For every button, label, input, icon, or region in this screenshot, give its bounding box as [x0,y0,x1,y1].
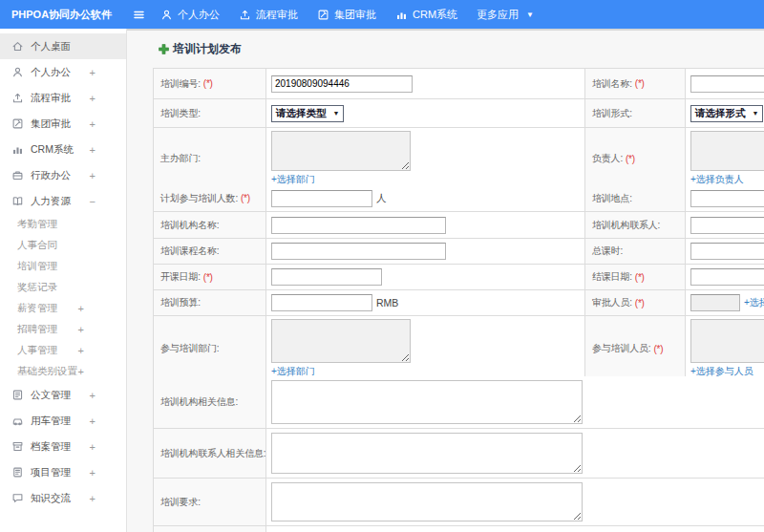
required-marker: (*) [653,344,663,354]
sidebar-item-base-category-settings[interactable]: 基础类别设置+ [0,361,126,382]
field-label: 审批人员:(*) [585,290,686,316]
select-approver-link[interactable]: +选择审批人员 [744,296,764,309]
field-label: 负责人:(*) [585,128,686,190]
host-department-textarea[interactable] [271,131,411,171]
sidebar-item-crm-system[interactable]: CRM系统+ [0,137,126,162]
training-course-name-input[interactable] [271,243,446,260]
sidebar-item-salary-mgmt[interactable]: 薪资管理+ [0,298,126,319]
training-budget-input[interactable] [271,294,372,311]
training-org-contact-input[interactable] [690,217,764,234]
sidebar-item-label: CRM系统 [31,143,90,157]
chat-icon [11,492,24,504]
approver-input[interactable] [690,294,740,311]
training-no-input[interactable] [271,75,413,93]
sidebar-item-attendance-mgmt[interactable]: 考勤管理 [0,214,126,235]
field-label-text: 培训要求: [160,496,201,509]
nav-item-group-approval[interactable]: 集团审批 [317,8,376,22]
page-title-row: 培训计划发布 [159,41,764,57]
sidebar-item-personal-desktop[interactable]: 个人桌面 [0,33,126,59]
field-label-text: 培训编号: [160,77,201,91]
training-org-info-textarea[interactable] [271,380,583,424]
training-org-contact-info-textarea[interactable] [271,433,583,474]
training-form-select[interactable]: 请选择形式▼ [690,105,763,122]
training-location-input[interactable] [690,190,764,207]
page-title: 培训计划发布 [173,41,242,57]
required-marker: (*) [635,78,645,89]
sidebar-item-hr-contract[interactable]: 人事合同 [0,235,126,256]
training-org-name-input[interactable] [271,217,446,234]
sidebar-item-label: 知识交流 [31,492,90,505]
start-date-input[interactable] [271,268,382,286]
sidebar-item-group-approval[interactable]: 集团审批+ [0,111,126,137]
field-cell [266,479,764,526]
sidebar-item-training-mgmt[interactable]: 培训管理 [0,256,126,277]
field-cell: +选择参与人员 [686,316,764,382]
select-value: 请选择类型 [276,107,327,120]
field-label-text: 主办部门: [160,152,201,165]
sidebar-item-personal-office[interactable]: 个人办公+ [0,59,126,85]
sidebar-item-vehicle-mgmt[interactable]: 用车管理+ [0,408,126,434]
participating-staff-textarea[interactable] [690,319,764,363]
nav-item-workflow-approval[interactable]: 流程审批 [239,8,298,22]
sidebar-item-reward-punish-record[interactable]: 奖惩记录 [0,277,126,298]
field-cell [266,429,764,479]
required-marker: (*) [626,154,635,164]
app-logo: PHPOA协同办公软件 [0,8,116,22]
expander-minus-icon: − [90,196,96,207]
required-marker: (*) [241,193,250,203]
sidebar-item-label: 招聘管理 [17,323,78,336]
field-label: 培训机构联系人: [585,212,686,239]
training-requirements-textarea[interactable] [271,482,583,521]
field-label-text: 开课日期: [160,270,201,284]
field-label: 培训地点: [585,185,686,212]
sidebar-item-label: 项目管理 [31,466,90,479]
expander-plus-icon: + [90,170,96,181]
menu-toggle-icon[interactable] [133,9,145,21]
nav-label: 集团审批 [334,8,376,22]
field-label: 参与培训部门: [154,316,266,382]
total-hours-input[interactable] [690,243,764,260]
training-type-select[interactable]: 请选择类型▼ [271,105,344,122]
sidebar-item-label: 人事管理 [17,344,78,357]
field-cell [266,376,764,429]
participating-departments-textarea[interactable] [271,319,411,363]
sidebar-item-knowledge-exchange[interactable]: 知识交流+ [0,485,126,511]
sidebar-item-label: 基础类别设置 [17,365,78,378]
sidebar-item-archive-mgmt[interactable]: 档案管理+ [0,434,126,459]
leader-textarea[interactable] [690,131,764,171]
sidebar-item-project-mgmt[interactable]: 项目管理+ [0,459,126,485]
plus-icon [159,44,169,54]
planned-participants-input[interactable] [271,190,372,207]
training-name-input[interactable] [690,75,764,93]
field-label-text: 培训机构联系人相关信息: [160,447,265,460]
field-cell [686,212,764,239]
field-label: 培训课程名称: [154,239,266,265]
field-label-text: 培训机构相关信息: [160,395,238,409]
expander-plus-icon: + [78,303,84,314]
field-label-text: 培训预算: [160,296,201,309]
select-department-link[interactable]: +选择部门 [271,173,315,186]
nav-item-more-apps[interactable]: 更多应用▼ [477,8,534,22]
field-label: 培训机构名称: [154,212,266,239]
app-root: PHPOA协同办公软件 个人办公流程审批集团审批CRM系统更多应用▼ 个人桌面个… [0,0,764,532]
sidebar-item-recruit-mgmt[interactable]: 招聘管理+ [0,319,126,340]
sidebar-item-workflow-approval[interactable]: 流程审批+ [0,85,126,111]
field-label: 培训形式: [585,99,686,128]
required-marker: (*) [203,78,213,89]
field-cell: 人 [266,185,585,212]
nav-item-personal-office[interactable]: 个人办公 [160,8,220,22]
nav-item-crm-system[interactable]: CRM系统 [395,8,457,22]
nav-label: CRM系统 [413,8,457,22]
sidebar-item-admin-office[interactable]: 行政办公+ [0,162,126,188]
expander-plus-icon: + [90,493,96,504]
sidebar-item-human-resources[interactable]: 人力资源− [0,188,126,214]
field-label-text: 培训类型: [160,107,201,120]
required-marker: (*) [203,272,213,283]
archive-icon [11,440,24,453]
home-icon [11,40,24,53]
select-leader-link[interactable]: +选择负责人 [690,173,744,186]
sidebar-item-doc-mgmt[interactable]: 公文管理+ [0,382,126,408]
sidebar-item-personnel-mgmt[interactable]: 人事管理+ [0,340,126,361]
end-date-input[interactable] [690,268,764,286]
expander-plus-icon: + [78,324,84,335]
